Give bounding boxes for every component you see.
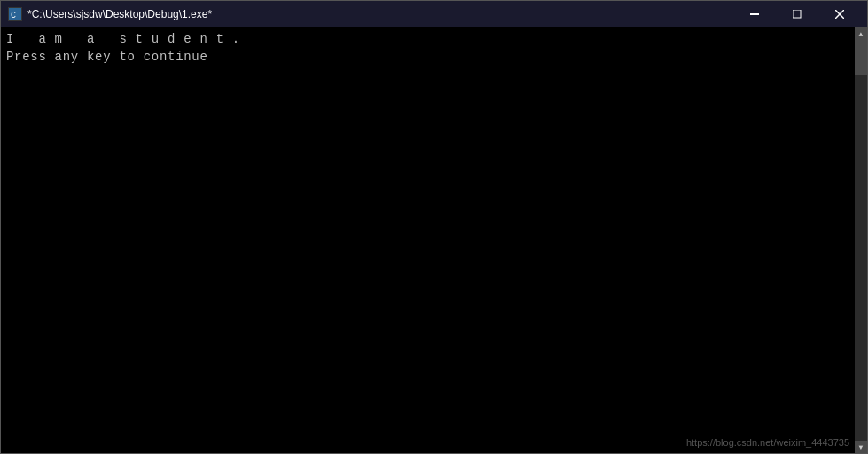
title-bar-left: C *C:\Users\sjsdw\Desktop\Debug\1.exe* [8, 7, 212, 21]
console-line-2: Press any key to continue [6, 49, 849, 67]
window: C *C:\Users\sjsdw\Desktop\Debug\1.exe* [0, 0, 868, 454]
scrollbar-track [855, 40, 867, 441]
console-area: I a m a s t u d e n t . Press any key to… [1, 27, 867, 453]
title-bar: C *C:\Users\sjsdw\Desktop\Debug\1.exe* [1, 1, 867, 27]
close-button[interactable] [819, 1, 860, 27]
maximize-button[interactable] [777, 1, 817, 27]
scroll-up-button[interactable]: ▲ [855, 27, 867, 40]
title-controls [734, 1, 860, 27]
svg-rect-2 [750, 13, 759, 14]
console-line-1: I a m a s t u d e n t . [6, 31, 849, 49]
watermark: https://blog.csdn.net/weixim_4443735 [686, 437, 849, 448]
console-output: I a m a s t u d e n t . Press any key to… [1, 27, 855, 453]
app-icon: C [8, 7, 22, 21]
svg-text:C: C [11, 11, 16, 20]
scrollbar-thumb[interactable] [855, 40, 867, 75]
svg-rect-3 [793, 10, 801, 18]
scrollbar: ▲ ▼ [855, 27, 867, 453]
scroll-down-button[interactable]: ▼ [855, 441, 867, 453]
minimize-button[interactable] [734, 1, 775, 27]
window-title: *C:\Users\sjsdw\Desktop\Debug\1.exe* [27, 8, 212, 20]
